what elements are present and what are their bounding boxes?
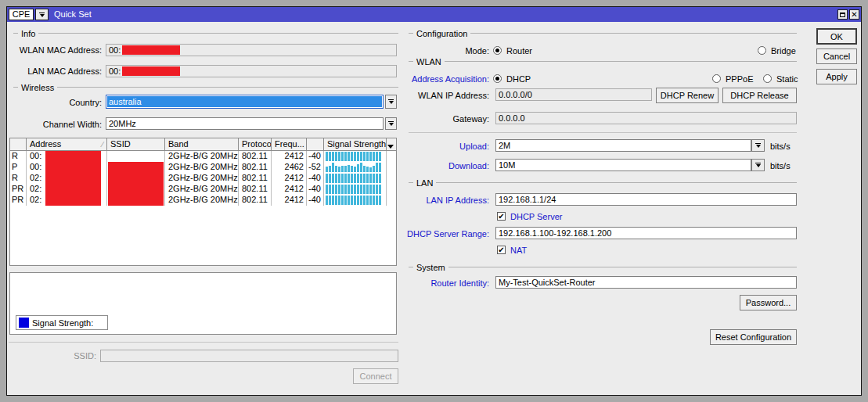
lan-mac-label: LAN MAC Address: [10,66,102,77]
dhcp-server-checkbox[interactable] [497,212,506,221]
info-group-header: Info [13,29,398,38]
wlan-ip-field: 0.0.0.0/0 [495,88,652,101]
signal-legend: Signal Strength: [16,315,108,330]
lan-group-header: LAN [409,178,797,187]
combo-arrow-icon [755,163,761,167]
dhcp-range-value: 192.168.1.100-192.168.1.200 [499,228,611,238]
acquisition-static-label: Static [776,74,798,84]
close-icon: ✕ [851,11,857,19]
mode-bridge-label: Bridge [771,46,796,56]
scan-table-body[interactable]: R00:2GHz-B/G 20MHz802.112412-40P00:2GHz-… [10,151,396,206]
configuration-group-header: Configuration [409,29,797,38]
password-button[interactable]: Password... [740,295,797,310]
ssid-redaction [108,173,164,184]
acquisition-dhcp-label: DHCP [506,74,531,84]
lan-group-title: LAN [416,178,433,188]
download-dropdown-button[interactable] [751,159,765,171]
col-address[interactable]: Address ∕ [27,138,107,150]
table-row[interactable]: PR02:2GHz-B/G 20MHz802.112412-40 [10,195,396,206]
col-frequency[interactable]: Frequ... [272,138,307,150]
sort-icon: ∕ [102,140,103,149]
ok-button[interactable]: OK [816,28,857,45]
dhcp-range-field[interactable]: 192.168.1.100-192.168.1.200 [495,227,797,239]
close-button[interactable]: ✕ [849,9,859,20]
address-acquisition-label: Address Acquisition: [359,74,489,84]
cancel-button[interactable]: Cancel [816,48,857,64]
ssid-redaction [108,195,164,206]
table-row[interactable]: R02:2GHz-B/G 20MHz802.112412-40 [10,173,396,184]
col-ssid[interactable]: SSID [107,138,165,150]
upload-label: Upload: [359,141,489,152]
gateway-field: 0.0.0.0 [495,112,797,124]
table-row[interactable]: R00:2GHz-B/G 20MHz802.112412-40 [10,151,396,162]
wlan-ip-label: WLAN IP Address: [359,90,489,101]
col-protocol[interactable]: Protocol [239,138,272,150]
ssid-redaction [108,162,164,173]
connect-button[interactable]: Connect [353,368,398,384]
download-label: Download: [359,160,489,171]
download-field[interactable]: 10M [495,159,751,171]
channel-width-value: 20MHz [109,119,136,128]
left-separator [9,342,398,343]
channel-width-label: Channel Width: [10,119,102,130]
quickset-window: CPE Quick Set ✕ Info WLAN MAC Address: 0… [6,6,862,396]
wlan-mac-prefix: 00: [109,45,121,55]
mode-label: Mode: [359,45,489,56]
signal-strength-bars [326,185,386,194]
address-redaction [45,184,101,195]
titlebar[interactable]: CPE Quick Set ✕ [7,7,861,22]
table-row[interactable]: P00:2GHz-B/G 20MHz802.112462-52 [10,162,396,173]
mode-selector-dropdown-button[interactable] [35,9,49,20]
wlan-group-header: WLAN [409,57,797,66]
apply-button[interactable]: Apply [816,69,857,84]
dhcp-range-label: DHCP Server Range: [359,228,489,239]
lan-ip-value: 192.168.1.1/24 [499,195,556,204]
dhcp-release-button[interactable]: DHCP Release [722,88,797,103]
lan-ip-field[interactable]: 192.168.1.1/24 [495,193,797,206]
system-group-header: System [409,263,797,271]
acquisition-dhcp-radio[interactable] [493,74,502,83]
country-value: australia [107,96,382,107]
wlan-ip-value: 0.0.0.0/0 [499,90,532,99]
upload-dropdown-button[interactable] [751,139,765,152]
gateway-value: 0.0.0.0 [499,113,525,123]
lan-ip-label: LAN IP Address: [359,195,489,206]
gateway-label: Gateway: [359,113,489,124]
acquisition-pppoe-radio[interactable] [712,74,721,83]
signal-strength-bars [326,174,386,183]
col-band[interactable]: Band [165,138,239,150]
acquisition-static-radio[interactable] [763,74,772,83]
channel-width-field[interactable]: 20MHz [106,117,384,130]
nat-checkbox[interactable] [497,246,506,254]
upload-field[interactable]: 2M [495,139,751,152]
reset-configuration-button[interactable]: Reset Configuration [710,329,797,345]
legend-swatch [19,318,29,328]
lan-mac-redaction [122,66,180,76]
ssid-field [100,350,398,362]
lan-mac-field: 00: [106,65,397,77]
combo-arrow-icon [39,13,45,17]
right-separator [409,132,797,133]
col-flags[interactable] [10,138,27,150]
country-combobox[interactable]: australia [106,95,384,109]
mode-router-radio[interactable] [493,46,502,55]
wlan-mac-label: WLAN MAC Address: [10,45,102,56]
download-unit: bits/s [770,160,791,171]
wlan-mac-field: 00: [106,44,397,56]
mode-selector-value[interactable]: CPE [9,9,34,20]
wlan-mac-redaction [122,45,180,55]
scan-table-header[interactable]: Address ∕ SSID Band Protocol Frequ... Si… [10,138,396,151]
table-row[interactable]: PR02:2GHz-B/G 20MHz802.112412-40 [10,184,396,195]
ssid-redaction [108,184,164,195]
router-identity-value: My-Test-QuickSet-Router [499,278,595,287]
router-identity-field[interactable]: My-Test-QuickSet-Router [495,276,797,289]
wireless-scan-table[interactable]: Address ∕ SSID Band Protocol Frequ... Si… [9,138,397,266]
address-redaction [45,151,101,162]
country-label: Country: [10,97,102,108]
dhcp-renew-button[interactable]: DHCP Renew [656,88,719,103]
mode-bridge-radio[interactable] [758,46,766,55]
maximize-button[interactable] [837,9,848,20]
col-signal-dbm[interactable] [307,138,324,150]
wireless-group-header: Wireless [13,83,398,92]
system-group-title: System [416,263,445,272]
